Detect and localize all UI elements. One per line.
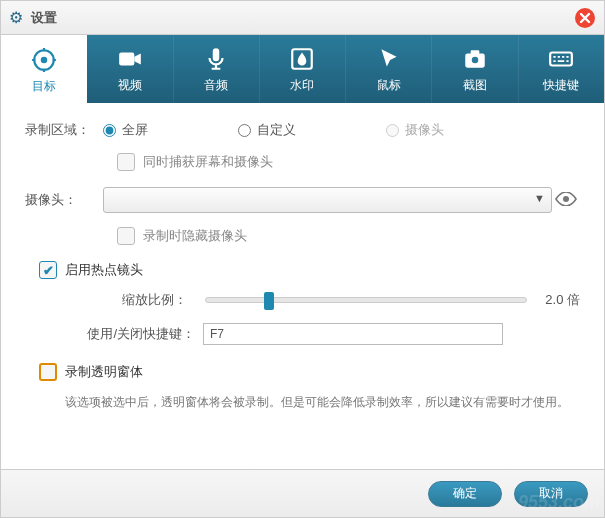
cursor-icon: [376, 45, 402, 73]
tab-watermark[interactable]: 水印: [260, 35, 346, 103]
checkbox-capture-both[interactable]: [117, 153, 135, 171]
cancel-button[interactable]: 取消: [514, 481, 588, 507]
svg-point-10: [563, 196, 569, 202]
zoom-slider[interactable]: [205, 297, 527, 303]
record-area-label: 录制区域：: [25, 121, 103, 139]
radio-fullscreen[interactable]: 全屏: [103, 121, 148, 139]
tab-hotkey[interactable]: 快捷键: [519, 35, 604, 103]
footer: 确定 取消: [1, 469, 604, 517]
slider-thumb[interactable]: [264, 292, 274, 310]
tab-label: 视频: [118, 77, 142, 94]
ok-button[interactable]: 确定: [428, 481, 502, 507]
tab-label: 鼠标: [377, 77, 401, 94]
camera-combobox[interactable]: ▼: [103, 187, 552, 213]
watermark-icon: [289, 45, 315, 73]
tab-label: 水印: [290, 77, 314, 94]
tab-label: 目标: [32, 78, 56, 95]
tab-label: 快捷键: [543, 77, 579, 94]
content-panel: 录制区域： 全屏 自定义 摄像头 同时捕获屏幕和摄像头 摄像头： ▼ 录制时隐藏…: [1, 103, 604, 412]
tab-mouse[interactable]: 鼠标: [346, 35, 432, 103]
target-icon: [31, 46, 57, 74]
gear-icon: ⚙: [9, 8, 23, 27]
checkbox-hotspot[interactable]: [39, 261, 57, 279]
svg-point-2: [40, 57, 47, 64]
zoom-value: 2.0 倍: [545, 291, 580, 309]
title-bar: ⚙ 设置: [1, 1, 604, 35]
preview-eye-button[interactable]: [552, 190, 580, 211]
radio-label: 摄像头: [405, 121, 444, 139]
hotkey-label: 使用/关闭快捷键：: [85, 325, 195, 343]
video-icon: [117, 45, 143, 73]
transparent-description: 该选项被选中后，透明窗体将会被录制。但是可能会降低录制效率，所以建议有需要时才使…: [65, 393, 580, 412]
record-area-radio-group: 全屏 自定义 摄像头: [103, 121, 444, 139]
tab-target[interactable]: 目标: [1, 35, 87, 103]
hide-camera-label: 录制时隐藏摄像头: [143, 227, 247, 245]
chevron-down-icon: ▼: [534, 192, 545, 204]
zoom-label: 缩放比例：: [117, 291, 187, 309]
checkbox-hide-camera[interactable]: [117, 227, 135, 245]
radio-label: 自定义: [257, 121, 296, 139]
radio-camera[interactable]: 摄像头: [386, 121, 444, 139]
svg-rect-9: [550, 52, 572, 65]
hotspot-label: 启用热点镜头: [65, 261, 143, 279]
svg-point-7: [472, 56, 479, 63]
tab-screenshot[interactable]: 截图: [432, 35, 518, 103]
microphone-icon: [203, 45, 229, 73]
keyboard-icon: [548, 45, 574, 73]
radio-custom[interactable]: 自定义: [238, 121, 296, 139]
tab-label: 音频: [204, 77, 228, 94]
transparent-label: 录制透明窗体: [65, 363, 143, 381]
svg-rect-8: [471, 50, 480, 54]
capture-both-label: 同时捕获屏幕和摄像头: [143, 153, 273, 171]
hotkey-input[interactable]: [203, 323, 503, 345]
radio-label: 全屏: [122, 121, 148, 139]
tab-label: 截图: [463, 77, 487, 94]
tab-bar: 目标 视频 音频 水印 鼠标 截图 快捷键: [1, 35, 604, 103]
checkbox-transparent[interactable]: [39, 363, 57, 381]
camera-icon: [462, 45, 488, 73]
svg-rect-3: [119, 52, 134, 65]
tab-video[interactable]: 视频: [87, 35, 173, 103]
window-title: 设置: [31, 9, 574, 27]
close-button[interactable]: [574, 7, 596, 29]
camera-label: 摄像头：: [25, 191, 103, 209]
tab-audio[interactable]: 音频: [174, 35, 260, 103]
svg-rect-4: [213, 48, 220, 61]
